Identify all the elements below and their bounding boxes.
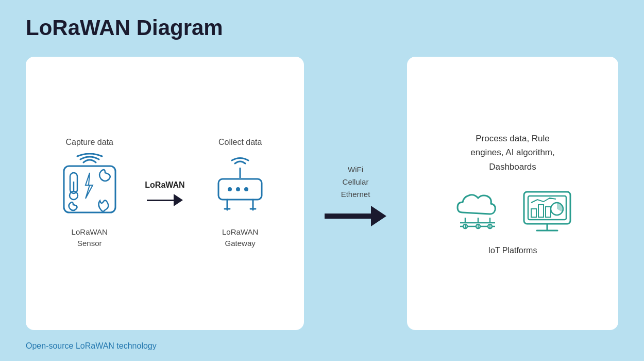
lorawan-arrow [147,194,183,206]
left-panel: Capture data [26,57,304,330]
svg-point-8 [244,187,248,191]
main-content: Capture data [26,57,618,330]
sensor-icon [59,153,121,220]
sensor-label: LoRaWANSensor [72,226,108,250]
capture-data-label: Capture data [66,138,114,147]
gateway-icon [209,153,271,220]
iot-platform-description: Process data, Rule engines, AI algorithm… [470,132,554,174]
svg-point-7 [236,187,240,191]
svg-rect-29 [531,209,536,217]
collect-data-label: Collect data [218,138,262,147]
right-panel: Process data, Rule engines, AI algorithm… [407,57,618,330]
dashboard-icon [519,184,575,236]
footer-link: Open-source LoRaWAN technology [26,341,157,351]
svg-rect-31 [546,207,551,217]
main-arrow [325,208,386,224]
cloud-circuit-icon [450,184,506,236]
connector-area: WiFi Cellular Ethernet [314,57,397,330]
gateway-label: LoRaWANGateway [222,226,258,250]
gateway-block: Collect data LoRaWANGateway [209,138,271,250]
svg-point-6 [228,187,232,191]
lorawan-arrow-area: LoRaWAN [145,180,184,206]
svg-rect-30 [538,205,544,217]
lorawan-label: LoRaWAN [145,180,184,190]
sensor-block: Capture data [59,138,121,250]
iot-platforms-label: IoT Platforms [488,246,537,255]
svg-point-2 [70,191,78,200]
iot-platform-icons [450,184,575,236]
connection-types-label: WiFi Cellular Ethernet [341,163,370,201]
page-title: LoRaWAN Diagram [26,15,223,40]
